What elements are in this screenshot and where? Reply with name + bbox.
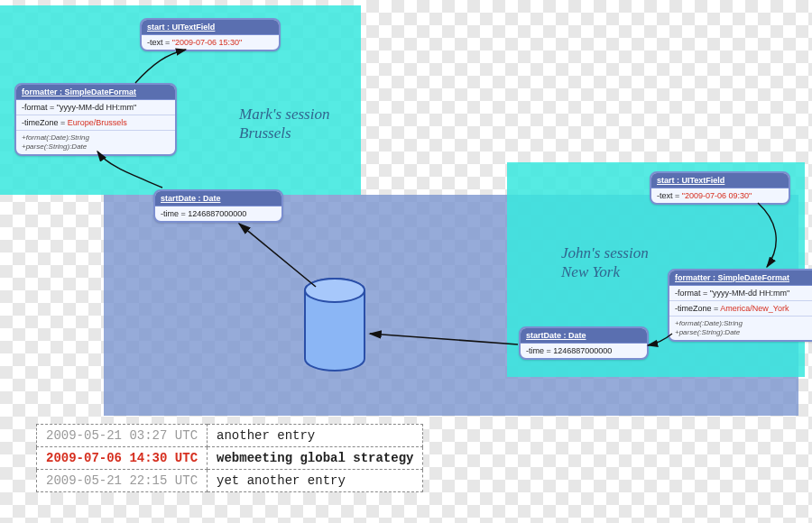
log-table: 2009-05-21 03:27 UTCanother entry2009-07… (36, 424, 423, 492)
log-row: 2009-07-06 14:30 UTCwebmeeting global st… (37, 447, 423, 470)
obj-attr-text: -text = "2009-07-06 09:30" (651, 188, 789, 203)
log-message: yet another entry (208, 470, 423, 492)
obj-john-start: start : UITextField -text = "2009-07-06 … (650, 171, 790, 205)
obj-header: formatter : SimpleDateFormat (669, 271, 812, 286)
obj-attr-timezone: -timeZone = America/New_York (669, 301, 812, 317)
obj-mark-formatter: formatter : SimpleDateFormat -format = "… (14, 83, 177, 156)
log-row: 2009-05-21 03:27 UTCanother entry (37, 425, 423, 447)
obj-mark-startdate: startDate : Date -time = 1246887000000 (153, 189, 283, 223)
obj-header: startDate : Date (521, 328, 647, 344)
database-icon (302, 278, 367, 377)
obj-header: start : UITextField (651, 173, 789, 188)
log-message: another entry (208, 425, 423, 447)
diagram-stage: Mark's session Brussels John's session N… (0, 0, 812, 523)
log-timestamp: 2009-05-21 22:15 UTC (37, 470, 208, 492)
caption-john: John's session New York (561, 243, 649, 282)
obj-john-startdate: startDate : Date -time = 1246887000000 (519, 326, 649, 360)
obj-attr-text: -text = "2009-07-06 15:30" (142, 35, 279, 50)
log-timestamp: 2009-05-21 03:27 UTC (37, 425, 208, 447)
obj-attr-format: -format = "yyyy-MM-dd HH:mm" (16, 100, 175, 115)
caption-mark: Mark's session Brussels (239, 105, 329, 143)
obj-attr-time: -time = 1246887000000 (155, 206, 281, 221)
log-timestamp: 2009-07-06 14:30 UTC (37, 447, 208, 470)
svg-point-1 (305, 279, 364, 302)
obj-attr-timezone: -timeZone = Europe/Brussels (16, 115, 175, 131)
obj-mark-start: start : UITextField -text = "2009-07-06 … (140, 18, 281, 51)
log-row: 2009-05-21 22:15 UTCyet another entry (37, 470, 423, 492)
obj-header: startDate : Date (155, 191, 281, 206)
obj-header: start : UITextField (142, 20, 279, 35)
obj-ops: +format(:Date):String +parse(:String):Da… (669, 317, 812, 340)
obj-ops: +format(:Date):String +parse(:String):Da… (16, 131, 175, 154)
obj-john-formatter: formatter : SimpleDateFormat -format = "… (668, 269, 812, 342)
obj-attr-format: -format = "yyyy-MM-dd HH:mm" (669, 286, 812, 301)
obj-header: formatter : SimpleDateFormat (16, 85, 175, 100)
obj-attr-time: -time = 1246887000000 (521, 344, 647, 358)
log-message: webmeeting global strategy (208, 447, 423, 470)
